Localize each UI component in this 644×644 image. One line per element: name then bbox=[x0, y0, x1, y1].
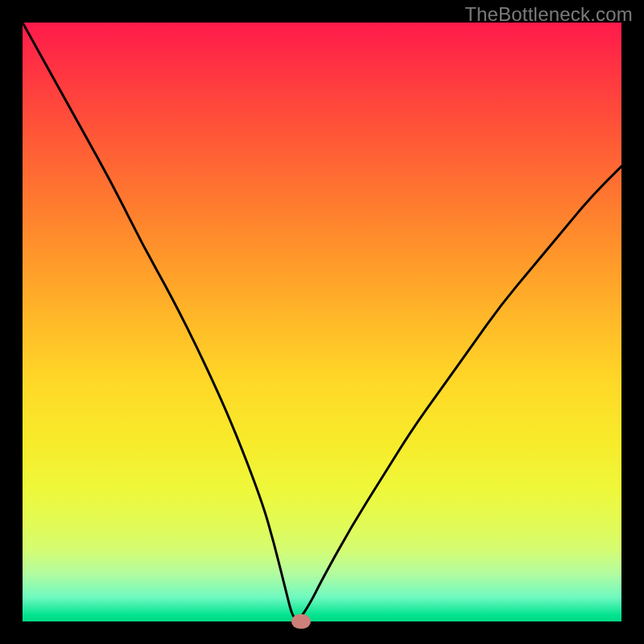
bottleneck-curve bbox=[23, 23, 621, 619]
curve-svg bbox=[23, 23, 621, 621]
plot-area bbox=[23, 23, 621, 621]
watermark-text: TheBottleneck.com bbox=[464, 3, 633, 26]
minimum-marker bbox=[291, 614, 311, 629]
chart-frame: TheBottleneck.com bbox=[0, 0, 644, 644]
